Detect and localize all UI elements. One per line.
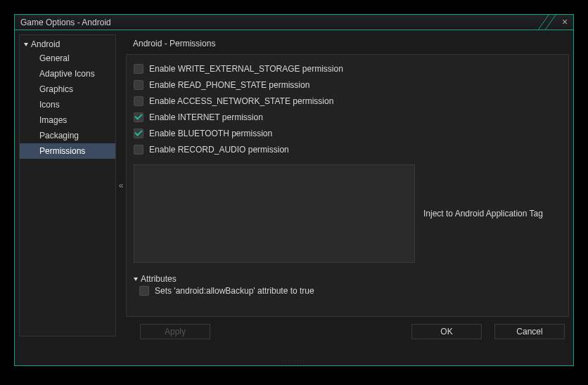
permission-label: Enable BLUETOOTH permission — [149, 129, 272, 138]
attributes-section: Attributes Sets 'android:allowBackup' at… — [134, 274, 561, 296]
permission-row: Enable WRITE_EXTERNAL_STORAGE permission — [134, 60, 561, 77]
permission-label: Enable RECORD_AUDIO permission — [149, 145, 289, 155]
inject-textarea[interactable] — [134, 164, 415, 263]
collapse-glyph: « — [119, 181, 124, 190]
options-window: Game Options - Android × Android General… — [14, 14, 574, 366]
permission-checkbox[interactable] — [134, 129, 143, 138]
attribute-checkbox[interactable] — [139, 286, 149, 296]
apply-button[interactable]: Apply — [140, 324, 210, 339]
permission-checkbox[interactable] — [134, 80, 143, 90]
permission-label: Enable READ_PHONE_STATE permission — [149, 80, 309, 90]
attributes-header[interactable]: Attributes — [134, 274, 561, 284]
permission-checkbox[interactable] — [134, 96, 143, 106]
attribute-label: Sets 'android:allowBackup' attribute to … — [155, 286, 314, 296]
titlebar[interactable]: Game Options - Android × — [15, 15, 573, 30]
footer: Apply OK Cancel — [126, 317, 569, 339]
sidebar-item-icons[interactable]: Icons — [20, 97, 115, 112]
ok-button[interactable]: OK — [411, 324, 482, 339]
permission-label: Enable WRITE_EXTERNAL_STORAGE permission — [149, 64, 343, 74]
sidebar-item-permissions[interactable]: Permissions — [20, 143, 115, 159]
sidebar-item-images[interactable]: Images — [20, 112, 115, 128]
permissions-panel: Enable WRITE_EXTERNAL_STORAGE permission… — [126, 54, 569, 317]
chevron-down-icon — [134, 278, 138, 281]
attribute-row: Sets 'android:allowBackup' attribute to … — [134, 286, 561, 296]
inject-label: Inject to Android Application Tag — [423, 209, 543, 218]
tree-root-label: Android — [31, 39, 60, 49]
attributes-header-label: Attributes — [141, 274, 177, 284]
permission-checkbox[interactable] — [134, 145, 143, 155]
permission-row: Enable ACCESS_NETWORK_STATE permission — [134, 93, 561, 109]
collapse-handle[interactable]: « — [116, 34, 126, 337]
window-body: Android GeneralAdaptive IconsGraphicsIco… — [15, 30, 573, 365]
permission-row: Enable INTERNET permission — [134, 109, 561, 125]
sidebar-item-general[interactable]: General — [20, 51, 115, 66]
sidebar-item-graphics[interactable]: Graphics — [20, 81, 115, 97]
permission-label: Enable ACCESS_NETWORK_STATE permission — [149, 96, 333, 106]
main-area: Android - Permissions Enable WRITE_EXTER… — [126, 34, 569, 361]
cancel-button[interactable]: Cancel — [494, 324, 565, 339]
sidebar-item-packaging[interactable]: Packaging — [20, 128, 115, 143]
permission-row: Enable READ_PHONE_STATE permission — [134, 77, 561, 93]
permission-checkbox[interactable] — [134, 112, 143, 122]
permission-checkbox[interactable] — [134, 64, 143, 74]
section-title: Android - Permissions — [126, 34, 569, 54]
permission-row: Enable BLUETOOTH permission — [134, 125, 561, 141]
tree-root-android[interactable]: Android — [20, 38, 115, 51]
close-icon[interactable]: × — [559, 17, 570, 28]
resize-grip[interactable]: :::::::: — [282, 358, 306, 365]
permission-label: Enable INTERNET permission — [149, 112, 263, 122]
chevron-down-icon — [24, 43, 28, 46]
sidebar-item-adaptive-icons[interactable]: Adaptive Icons — [20, 66, 115, 81]
sidebar: Android GeneralAdaptive IconsGraphicsIco… — [19, 34, 116, 337]
permission-row: Enable RECORD_AUDIO permission — [134, 141, 561, 157]
inject-row: Inject to Android Application Tag — [134, 164, 561, 263]
window-title: Game Options - Android — [20, 18, 111, 27]
titlebar-decor — [514, 15, 556, 30]
